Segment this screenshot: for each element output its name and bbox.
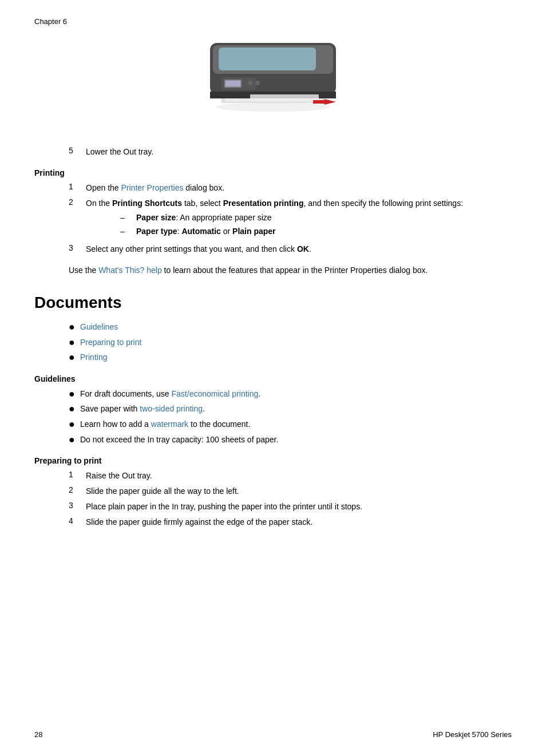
product-name: HP Deskjet 5700 Series — [433, 730, 512, 739]
guideline-dot-2: ● — [69, 403, 80, 415]
step-5-num: 5 — [69, 146, 86, 158]
prepare-step-2: 2 Slide the paper guide all the way to t… — [69, 485, 512, 497]
bullet-dot-3: ● — [69, 351, 80, 364]
prepare-step-2-text: Slide the paper guide all the way to the… — [86, 485, 239, 497]
guideline-dot-1: ● — [69, 388, 80, 401]
prepare-step-3-text: Place plain paper in the In tray, pushin… — [86, 501, 362, 513]
preparing-link[interactable]: Preparing to print — [80, 338, 141, 347]
two-sided-link[interactable]: two-sided printing — [140, 404, 203, 413]
bullet-dot-2: ● — [69, 337, 80, 349]
svg-point-17 — [216, 102, 330, 112]
documents-section: Documents ● Guidelines ● Preparing to pr… — [34, 294, 512, 364]
printing-step-2: 2 On the Printing Shortcuts tab, select … — [69, 197, 512, 240]
guideline-dot-4: ● — [69, 434, 80, 446]
documents-heading: Documents — [34, 294, 512, 312]
guideline-text-1: For draft documents, use Fast/economical… — [80, 388, 260, 400]
guideline-dot-3: ● — [69, 418, 80, 431]
preparing-section: Preparing to print 1 Raise the Out tray.… — [34, 456, 512, 528]
sub-item-paper-size: – Paper size: An appropriate paper size — [120, 212, 463, 224]
prepare-step-1-text: Raise the Out tray. — [86, 470, 152, 482]
preparing-steps: 1 Raise the Out tray. 2 Slide the paper … — [69, 470, 512, 528]
svg-rect-2 — [219, 48, 316, 70]
step-3-text: Select any other print settings that you… — [86, 243, 311, 255]
sub-item-paper-type: – Paper type: Automatic or Plain paper — [120, 225, 463, 238]
printing-step-1: 1 Open the Printer Properties dialog box… — [69, 182, 512, 194]
prepare-step-4: 4 Slide the paper guide firmly against t… — [69, 516, 512, 528]
fast-economical-link[interactable]: Fast/economical printing — [172, 389, 259, 398]
printing-link[interactable]: Printing — [80, 353, 107, 362]
preparing-heading: Preparing to print — [34, 456, 512, 465]
sub-text-paper-type: Paper type: Automatic or Plain paper — [136, 225, 276, 238]
step-1-text: Open the Printer Properties dialog box. — [86, 182, 224, 194]
page-number: 28 — [34, 730, 42, 739]
guidelines-section: Guidelines ● For draft documents, use Fa… — [34, 374, 512, 446]
guideline-1: ● For draft documents, use Fast/economic… — [69, 388, 512, 401]
footer: 28 HP Deskjet 5700 Series — [34, 730, 512, 739]
svg-rect-5 — [225, 81, 240, 86]
dash-2: – — [120, 225, 136, 238]
printing-step-3: 3 Select any other print settings that y… — [69, 243, 512, 255]
step-5: 5 Lower the Out tray. — [69, 146, 512, 158]
prepare-step-1-num: 1 — [69, 470, 86, 482]
bullet-guidelines: ● Guidelines — [69, 321, 512, 334]
printer-illustration — [193, 37, 353, 129]
step-2-text: On the Printing Shortcuts tab, select Pr… — [86, 197, 463, 240]
bullet-text-guidelines: Guidelines — [80, 321, 118, 333]
guideline-text-2: Save paper with two-sided printing. — [80, 403, 205, 415]
whats-this-link[interactable]: What's This? help — [98, 266, 162, 275]
svg-point-6 — [248, 81, 252, 85]
bullet-printing: ● Printing — [69, 351, 512, 364]
printing-note: Use the What's This? help to learn about… — [69, 264, 512, 276]
prepare-step-3: 3 Place plain paper in the In tray, push… — [69, 501, 512, 513]
bullet-preparing: ● Preparing to print — [69, 337, 512, 349]
guidelines-bullets: ● For draft documents, use Fast/economic… — [69, 388, 512, 446]
prepare-step-4-num: 4 — [69, 516, 86, 528]
dash-1: – — [120, 212, 136, 224]
documents-bullets: ● Guidelines ● Preparing to print ● Prin… — [69, 321, 512, 364]
svg-marker-14 — [325, 99, 336, 105]
step-1-num: 1 — [69, 182, 86, 194]
step-3-num: 3 — [69, 243, 86, 255]
prepare-step-4-text: Slide the paper guide firmly against the… — [86, 516, 312, 528]
page: Chapter 6 — [0, 0, 546, 756]
printing-section: Printing 1 Open the Printer Properties d… — [34, 168, 512, 276]
printing-heading: Printing — [34, 168, 512, 177]
guidelines-heading: Guidelines — [34, 374, 512, 383]
bullet-text-preparing: Preparing to print — [80, 337, 141, 349]
chapter-label: Chapter 6 — [34, 17, 512, 26]
step-2-num: 2 — [69, 197, 86, 240]
step-5-text: Lower the Out tray. — [86, 146, 153, 158]
guideline-4: ● Do not exceed the In tray capacity: 10… — [69, 434, 512, 446]
prepare-step-1: 1 Raise the Out tray. — [69, 470, 512, 482]
guideline-text-4: Do not exceed the In tray capacity: 100 … — [80, 434, 278, 446]
guidelines-link[interactable]: Guidelines — [80, 322, 118, 331]
watermark-link[interactable]: watermark — [151, 419, 188, 429]
guideline-2: ● Save paper with two-sided printing. — [69, 403, 512, 415]
prepare-step-3-num: 3 — [69, 501, 86, 513]
guideline-text-3: Learn how to add a watermark to the docu… — [80, 418, 250, 430]
sub-text-paper-size: Paper size: An appropriate paper size — [136, 212, 272, 224]
printer-image-container — [34, 37, 512, 129]
svg-rect-16 — [250, 94, 319, 100]
printing-steps: 1 Open the Printer Properties dialog box… — [69, 182, 512, 255]
printer-properties-link[interactable]: Printer Properties — [121, 183, 184, 192]
prepare-step-2-num: 2 — [69, 485, 86, 497]
bullet-dot-1: ● — [69, 321, 80, 334]
svg-point-7 — [255, 81, 260, 85]
step5-container: 5 Lower the Out tray. — [69, 146, 512, 158]
svg-rect-15 — [313, 100, 326, 104]
step-2-sublist: – Paper size: An appropriate paper size … — [120, 212, 463, 238]
bullet-text-printing: Printing — [80, 351, 107, 363]
guideline-3: ● Learn how to add a watermark to the do… — [69, 418, 512, 431]
